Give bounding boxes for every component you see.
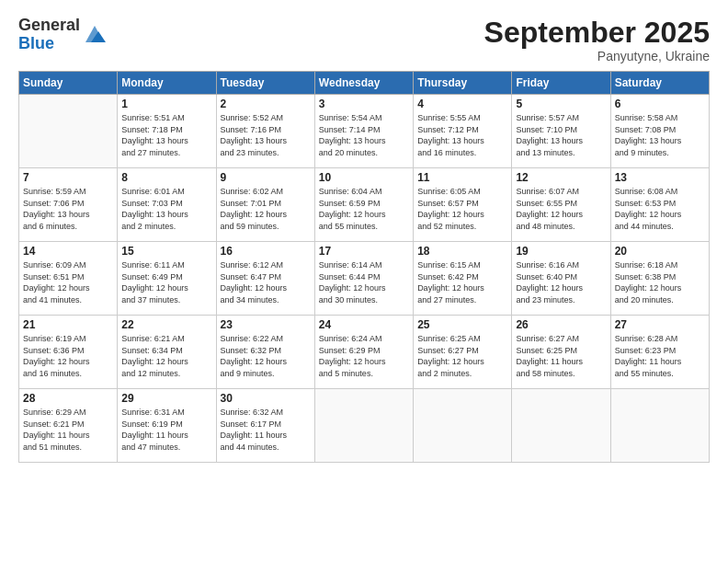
calendar-cell: 23Sunrise: 6:22 AMSunset: 6:32 PMDayligh… <box>216 316 314 389</box>
calendar-cell: 20Sunrise: 6:18 AMSunset: 6:38 PMDayligh… <box>610 242 709 316</box>
day-number: 18 <box>417 245 507 258</box>
calendar-cell: 10Sunrise: 6:04 AMSunset: 6:59 PMDayligh… <box>314 168 413 242</box>
calendar-week-row: 1Sunrise: 5:51 AMSunset: 7:18 PMDaylight… <box>19 95 710 168</box>
day-info: Sunrise: 6:27 AMSunset: 6:25 PMDaylight:… <box>516 333 606 379</box>
day-info: Sunrise: 5:55 AMSunset: 7:12 PMDaylight:… <box>417 112 507 158</box>
day-number: 2 <box>221 98 311 110</box>
day-info: Sunrise: 6:14 AMSunset: 6:44 PMDaylight:… <box>319 259 409 305</box>
day-info: Sunrise: 5:58 AMSunset: 7:08 PMDaylight:… <box>615 112 705 158</box>
day-info: Sunrise: 5:59 AMSunset: 7:06 PMDaylight:… <box>23 186 113 232</box>
calendar-day-header: Sunday <box>19 72 118 95</box>
day-number: 9 <box>221 171 311 184</box>
day-info: Sunrise: 6:11 AMSunset: 6:49 PMDaylight:… <box>121 259 211 305</box>
calendar-cell: 8Sunrise: 6:01 AMSunset: 7:03 PMDaylight… <box>118 168 216 242</box>
day-number: 10 <box>319 171 409 184</box>
day-number: 20 <box>615 245 705 258</box>
day-number: 29 <box>121 392 211 405</box>
day-number: 17 <box>319 245 409 258</box>
day-number: 5 <box>516 98 606 110</box>
day-number: 23 <box>221 318 311 331</box>
day-info: Sunrise: 6:31 AMSunset: 6:19 PMDaylight:… <box>121 407 211 453</box>
day-info: Sunrise: 6:16 AMSunset: 6:40 PMDaylight:… <box>516 259 606 305</box>
day-info: Sunrise: 6:15 AMSunset: 6:42 PMDaylight:… <box>417 259 507 305</box>
day-info: Sunrise: 6:18 AMSunset: 6:38 PMDaylight:… <box>615 259 705 305</box>
day-number: 7 <box>23 171 113 184</box>
calendar-table: SundayMondayTuesdayWednesdayThursdayFrid… <box>18 71 710 463</box>
calendar-week-row: 14Sunrise: 6:09 AMSunset: 6:51 PMDayligh… <box>19 242 710 316</box>
day-info: Sunrise: 6:21 AMSunset: 6:34 PMDaylight:… <box>121 333 211 379</box>
calendar-cell: 12Sunrise: 6:07 AMSunset: 6:55 PMDayligh… <box>512 168 610 242</box>
calendar-day-header: Wednesday <box>314 72 413 95</box>
calendar-cell: 6Sunrise: 5:58 AMSunset: 7:08 PMDaylight… <box>610 95 709 168</box>
calendar-week-row: 21Sunrise: 6:19 AMSunset: 6:36 PMDayligh… <box>19 316 710 389</box>
day-info: Sunrise: 5:51 AMSunset: 7:18 PMDaylight:… <box>121 112 211 158</box>
day-info: Sunrise: 6:24 AMSunset: 6:29 PMDaylight:… <box>319 333 409 379</box>
calendar-cell <box>610 389 709 463</box>
calendar-cell: 13Sunrise: 6:08 AMSunset: 6:53 PMDayligh… <box>610 168 709 242</box>
calendar-cell: 19Sunrise: 6:16 AMSunset: 6:40 PMDayligh… <box>512 242 610 316</box>
calendar-cell: 29Sunrise: 6:31 AMSunset: 6:19 PMDayligh… <box>118 389 216 463</box>
day-info: Sunrise: 6:32 AMSunset: 6:17 PMDaylight:… <box>221 407 311 453</box>
calendar-cell: 15Sunrise: 6:11 AMSunset: 6:49 PMDayligh… <box>118 242 216 316</box>
day-number: 11 <box>417 171 507 184</box>
calendar-day-header: Tuesday <box>216 72 314 95</box>
day-info: Sunrise: 6:05 AMSunset: 6:57 PMDaylight:… <box>417 186 507 232</box>
logo-icon <box>82 22 108 48</box>
day-info: Sunrise: 6:07 AMSunset: 6:55 PMDaylight:… <box>516 186 606 232</box>
calendar-cell: 26Sunrise: 6:27 AMSunset: 6:25 PMDayligh… <box>512 316 610 389</box>
day-info: Sunrise: 6:02 AMSunset: 7:01 PMDaylight:… <box>221 186 311 232</box>
calendar-cell: 24Sunrise: 6:24 AMSunset: 6:29 PMDayligh… <box>314 316 413 389</box>
calendar-day-header: Thursday <box>414 72 512 95</box>
calendar-header-row: SundayMondayTuesdayWednesdayThursdayFrid… <box>19 72 710 95</box>
calendar-cell: 9Sunrise: 6:02 AMSunset: 7:01 PMDaylight… <box>216 168 314 242</box>
logo: General Blue <box>18 17 108 53</box>
day-info: Sunrise: 6:04 AMSunset: 6:59 PMDaylight:… <box>319 186 409 232</box>
day-number: 12 <box>516 171 606 184</box>
day-number: 28 <box>23 392 113 405</box>
day-info: Sunrise: 6:12 AMSunset: 6:47 PMDaylight:… <box>221 259 311 305</box>
day-info: Sunrise: 6:29 AMSunset: 6:21 PMDaylight:… <box>23 407 113 453</box>
day-info: Sunrise: 6:01 AMSunset: 7:03 PMDaylight:… <box>121 186 211 232</box>
day-number: 27 <box>615 318 705 331</box>
day-info: Sunrise: 5:52 AMSunset: 7:16 PMDaylight:… <box>221 112 311 158</box>
day-number: 19 <box>516 245 606 258</box>
logo-general-text: General <box>18 17 80 35</box>
day-number: 26 <box>516 318 606 331</box>
calendar-cell: 4Sunrise: 5:55 AMSunset: 7:12 PMDaylight… <box>414 95 512 168</box>
calendar-cell: 7Sunrise: 5:59 AMSunset: 7:06 PMDaylight… <box>19 168 118 242</box>
calendar-cell: 25Sunrise: 6:25 AMSunset: 6:27 PMDayligh… <box>414 316 512 389</box>
calendar-cell: 14Sunrise: 6:09 AMSunset: 6:51 PMDayligh… <box>19 242 118 316</box>
day-number: 3 <box>319 98 409 110</box>
day-number: 1 <box>121 98 211 110</box>
calendar-cell: 1Sunrise: 5:51 AMSunset: 7:18 PMDaylight… <box>118 95 216 168</box>
day-number: 15 <box>121 245 211 258</box>
day-info: Sunrise: 6:22 AMSunset: 6:32 PMDaylight:… <box>221 333 311 379</box>
day-number: 24 <box>319 318 409 331</box>
calendar-cell: 16Sunrise: 6:12 AMSunset: 6:47 PMDayligh… <box>216 242 314 316</box>
calendar-day-header: Friday <box>512 72 610 95</box>
calendar-cell <box>512 389 610 463</box>
day-number: 30 <box>221 392 311 405</box>
day-info: Sunrise: 6:09 AMSunset: 6:51 PMDaylight:… <box>23 259 113 305</box>
day-info: Sunrise: 6:08 AMSunset: 6:53 PMDaylight:… <box>615 186 705 232</box>
calendar-cell: 28Sunrise: 6:29 AMSunset: 6:21 PMDayligh… <box>19 389 118 463</box>
calendar-cell: 3Sunrise: 5:54 AMSunset: 7:14 PMDaylight… <box>314 95 413 168</box>
day-number: 16 <box>221 245 311 258</box>
calendar-cell <box>19 95 118 168</box>
calendar-cell: 21Sunrise: 6:19 AMSunset: 6:36 PMDayligh… <box>19 316 118 389</box>
day-info: Sunrise: 5:54 AMSunset: 7:14 PMDaylight:… <box>319 112 409 158</box>
calendar-cell <box>414 389 512 463</box>
day-number: 4 <box>417 98 507 110</box>
calendar-cell: 30Sunrise: 6:32 AMSunset: 6:17 PMDayligh… <box>216 389 314 463</box>
subtitle: Panyutyne, Ukraine <box>484 49 710 63</box>
day-info: Sunrise: 5:57 AMSunset: 7:10 PMDaylight:… <box>516 112 606 158</box>
day-number: 25 <box>417 318 507 331</box>
day-info: Sunrise: 6:28 AMSunset: 6:23 PMDaylight:… <box>615 333 705 379</box>
title-block: September 2025 Panyutyne, Ukraine <box>484 17 710 63</box>
calendar-cell: 22Sunrise: 6:21 AMSunset: 6:34 PMDayligh… <box>118 316 216 389</box>
month-title: September 2025 <box>484 17 710 49</box>
calendar-cell: 17Sunrise: 6:14 AMSunset: 6:44 PMDayligh… <box>314 242 413 316</box>
calendar-day-header: Saturday <box>610 72 709 95</box>
calendar-cell: 18Sunrise: 6:15 AMSunset: 6:42 PMDayligh… <box>414 242 512 316</box>
calendar-cell: 5Sunrise: 5:57 AMSunset: 7:10 PMDaylight… <box>512 95 610 168</box>
